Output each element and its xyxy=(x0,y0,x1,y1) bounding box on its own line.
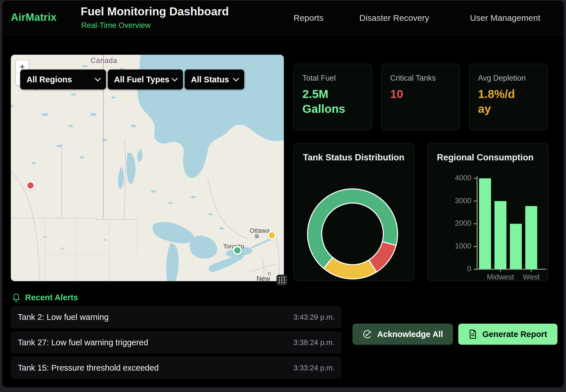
alert-message: Tank 2: Low fuel warning xyxy=(18,313,109,322)
chevron-down-icon xyxy=(172,78,178,81)
stat-label: Total Fuel xyxy=(302,74,363,83)
nav-reports[interactable]: Reports xyxy=(294,13,323,23)
acknowledge-all-button[interactable]: Acknowledge All xyxy=(353,324,453,345)
stat-value-total-fuel: 2.5M Gallons xyxy=(302,87,364,117)
alert-message: Tank 15: Pressure threshold exceeded xyxy=(18,363,159,373)
nav-disaster-recovery[interactable]: Disaster Recovery xyxy=(359,13,429,23)
stat-value-critical-tanks: 10 xyxy=(390,87,451,101)
stat-card-total-fuel: Total Fuel 2.5M Gallons xyxy=(294,64,372,130)
tank-status-donut-chart xyxy=(294,143,414,281)
tank-marker-warning[interactable] xyxy=(267,231,276,240)
fuel-type-filter-value: All Fuel Types xyxy=(114,75,169,84)
alert-row[interactable]: Tank 27: Low fuel warning triggered 3:38… xyxy=(11,331,341,354)
header: AirMatrix Fuel Monitoring Dashboard Real… xyxy=(2,1,564,35)
tank-marker-critical[interactable] xyxy=(26,181,35,190)
alert-timestamp: 3:38:24 p.m. xyxy=(293,338,335,347)
nav-user-management[interactable]: User Management xyxy=(470,13,540,23)
alerts-header: Recent Alerts xyxy=(12,293,78,302)
regional-consumption-bar-chart: 01000200030004000MidwestWest xyxy=(428,143,548,281)
map-filters: All Regions All Fuel Types All Status xyxy=(11,70,284,89)
bar-chart-card: Regional Consumption 01000200030004000Mi… xyxy=(427,143,548,281)
svg-text:3000: 3000 xyxy=(455,196,471,205)
svg-text:Midwest: Midwest xyxy=(487,273,514,281)
page-subtitle: Real-Time Overview xyxy=(81,21,151,30)
check-circle-icon xyxy=(363,329,372,339)
svg-text:1000: 1000 xyxy=(455,242,471,250)
chevron-down-icon xyxy=(233,78,239,81)
region-filter-select[interactable]: All Regions xyxy=(20,70,106,89)
svg-text:0: 0 xyxy=(467,264,471,273)
alert-timestamp: 3:43:29 p.m. xyxy=(293,313,335,322)
acknowledge-all-label: Acknowledge All xyxy=(377,330,443,339)
stat-card-critical-tanks: Critical Tanks 10 xyxy=(381,64,460,130)
app-window: AirMatrix Fuel Monitoring Dashboard Real… xyxy=(2,1,564,387)
generate-report-button[interactable]: Generate Report xyxy=(458,324,557,345)
status-filter-select[interactable]: All Status xyxy=(185,70,244,89)
map-label-canada: Canada xyxy=(91,56,117,65)
stat-card-avg-depletion: Avg Depletion 1.8%/day xyxy=(469,64,548,130)
ottawa-city-dot xyxy=(255,234,259,238)
tank-marker-normal[interactable] xyxy=(233,246,242,255)
region-filter-value: All Regions xyxy=(27,75,72,84)
alert-timestamp: 3:33:24 p.m. xyxy=(293,364,335,372)
fuel-type-filter-select[interactable]: All Fuel Types xyxy=(108,70,183,89)
document-icon xyxy=(469,329,477,339)
status-filter-value: All Status xyxy=(191,75,229,84)
page-title: Fuel Monitoring Dashboard xyxy=(81,5,229,18)
stat-label: Avg Depletion xyxy=(478,74,539,83)
alert-message: Tank 27: Low fuel warning triggered xyxy=(18,338,148,347)
donut-chart-card: Tank Status Distribution xyxy=(294,143,414,281)
generate-report-label: Generate Report xyxy=(482,330,547,339)
svg-text:4000: 4000 xyxy=(455,173,471,182)
bell-icon xyxy=(12,293,21,302)
alert-row[interactable]: Tank 15: Pressure threshold exceeded 3:3… xyxy=(11,357,341,379)
fuel-map[interactable]: + − All Regions All Fuel Types All Statu… xyxy=(11,55,284,281)
stat-label: Critical Tanks xyxy=(390,74,451,83)
stat-value-avg-depletion: 1.8%/day xyxy=(478,87,518,117)
brand-logo[interactable]: AirMatrix xyxy=(11,11,56,23)
alerts-heading: Recent Alerts xyxy=(25,293,78,302)
alert-row[interactable]: Tank 2: Low fuel warning 3:43:29 p.m. xyxy=(11,306,341,328)
svg-text:West: West xyxy=(523,273,540,281)
map-label-ottawa: Ottawa xyxy=(250,227,270,234)
chevron-down-icon xyxy=(95,78,101,81)
panel-resize-handle[interactable] xyxy=(276,275,287,285)
svg-text:2000: 2000 xyxy=(455,219,471,227)
